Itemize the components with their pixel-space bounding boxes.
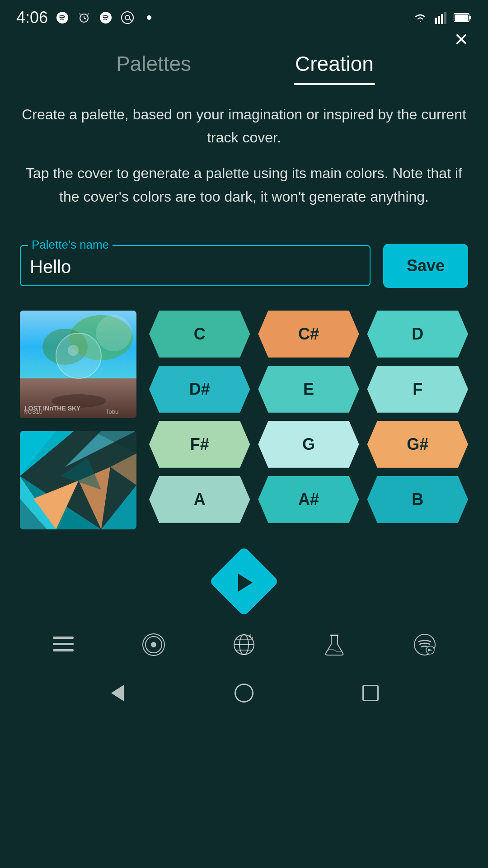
svg-rect-39	[53, 637, 74, 639]
note-d[interactable]: D	[367, 311, 468, 358]
notes-grid: CC#DD#EFF#GG#AA#B	[149, 311, 468, 523]
back-icon	[111, 685, 124, 701]
note-b[interactable]: B	[367, 476, 468, 523]
svg-rect-12	[441, 14, 443, 24]
home-icon	[235, 684, 253, 703]
note-fsharp[interactable]: F#	[149, 421, 250, 468]
close-button[interactable]: ×	[455, 27, 468, 51]
svg-line-5	[88, 14, 89, 14]
album-cover[interactable]: NCS10 Tobu	[20, 311, 136, 418]
status-time: 4:06	[16, 8, 48, 27]
svg-point-9	[147, 15, 151, 20]
note-e[interactable]: E	[258, 366, 359, 413]
svg-point-22	[68, 345, 79, 356]
battery-icon	[454, 13, 472, 23]
album-art-image: NCS10 Tobu	[20, 311, 136, 418]
svg-rect-40	[53, 643, 74, 645]
status-right-icons	[412, 11, 472, 24]
svg-point-23	[52, 394, 106, 408]
svg-text:Tobu: Tobu	[106, 408, 118, 415]
at-status-icon	[119, 9, 136, 26]
home-button[interactable]	[233, 682, 255, 704]
svg-point-21	[56, 333, 101, 378]
note-f[interactable]: F	[367, 366, 468, 413]
menu-icon	[53, 637, 74, 653]
palette-input-label: Palette's name	[28, 238, 113, 252]
svg-point-44	[151, 642, 156, 647]
palette-name-input[interactable]	[30, 257, 361, 277]
svg-point-50	[249, 635, 251, 637]
svg-point-51	[252, 637, 253, 638]
description-line1: Create a palette, based on your imaginat…	[20, 103, 468, 149]
svg-line-3	[84, 18, 86, 19]
note-c[interactable]: C	[149, 311, 250, 358]
svg-text:NCS10: NCS10	[23, 408, 42, 415]
svg-rect-15	[469, 16, 471, 19]
tabs: Palettes Creation	[0, 44, 488, 85]
back-button[interactable]	[106, 682, 129, 704]
svg-point-7	[122, 12, 133, 24]
bottom-nav	[0, 620, 488, 669]
palette-input-wrapper: Palette's name	[20, 245, 371, 286]
note-csharp[interactable]: C#	[258, 311, 359, 358]
note-g[interactable]: G	[258, 421, 359, 468]
spotify2-status-icon	[98, 9, 114, 26]
svg-rect-16	[455, 14, 468, 21]
nav-menu[interactable]	[47, 631, 79, 658]
tab-creation[interactable]: Creation	[244, 44, 425, 85]
play-button[interactable]	[209, 546, 279, 617]
status-bar: 4:06	[0, 0, 488, 32]
nav-spotify[interactable]	[138, 631, 169, 658]
svg-point-8	[125, 15, 130, 20]
alarm-status-icon	[76, 9, 92, 26]
svg-rect-13	[444, 12, 446, 24]
spotify-status-icon	[54, 9, 70, 26]
spotify-mini-icon	[413, 633, 436, 656]
pattern-art[interactable]	[20, 431, 136, 529]
spotify-nav-icon	[142, 633, 165, 656]
system-nav	[0, 669, 488, 717]
recents-button[interactable]	[359, 682, 382, 704]
recents-icon	[362, 685, 379, 701]
description-line2: Tap the cover to generate a palette usin…	[20, 162, 468, 208]
status-icons	[54, 9, 157, 26]
flask-icon	[324, 633, 345, 656]
wifi-icon	[412, 11, 428, 24]
globe-icon	[233, 633, 255, 656]
nav-globe[interactable]	[228, 631, 260, 658]
nav-spotify-mini[interactable]	[409, 631, 441, 658]
svg-rect-11	[438, 16, 440, 24]
note-asharp[interactable]: A#	[258, 476, 359, 523]
nav-flask[interactable]	[319, 631, 350, 658]
palette-name-section: Palette's name Save	[0, 235, 488, 297]
content-area: NCS10 Tobu	[0, 297, 488, 543]
svg-line-4	[80, 14, 80, 14]
signal-icon	[435, 11, 447, 24]
play-section	[0, 543, 488, 615]
tab-palettes[interactable]: Palettes	[63, 44, 244, 85]
svg-point-52	[250, 634, 251, 635]
note-dsharp[interactable]: D#	[149, 366, 250, 413]
save-button[interactable]: Save	[383, 244, 468, 288]
images-column: NCS10 Tobu	[20, 311, 136, 529]
note-gsharp[interactable]: G#	[367, 421, 468, 468]
dot-status-icon	[141, 9, 157, 26]
svg-rect-10	[435, 18, 437, 24]
svg-rect-41	[53, 649, 74, 651]
play-icon	[238, 574, 253, 592]
note-a[interactable]: A	[149, 476, 250, 523]
description: Create a palette, based on your imaginat…	[0, 85, 488, 230]
